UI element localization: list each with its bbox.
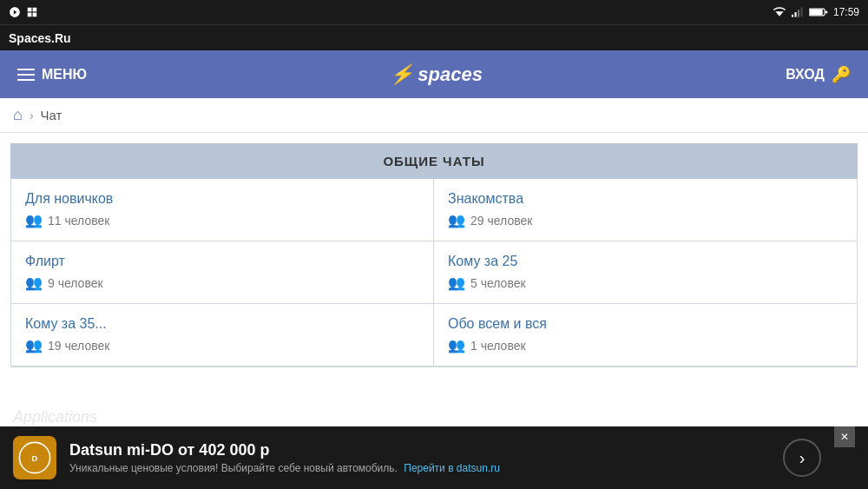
svg-rect-11 [825,10,827,13]
datsun-logo-icon: D [17,440,52,475]
home-icon[interactable]: ⌂ [13,106,23,124]
chat-cell-3[interactable]: Кому за 25 👥 5 человек [434,241,857,304]
watermark-sub: Applications [13,408,120,426]
chat-cell-0[interactable]: Для новичков 👥 11 человек [11,179,434,241]
svg-rect-2 [28,13,32,17]
chat-grid: Для новичков 👥 11 человек Знакомства 👥 2… [10,179,858,367]
ad-subtitle-text: Уникальные ценовые условия! Выбирайте се… [69,462,398,474]
logo-text: spaces [418,63,483,86]
ad-title: Datsun mi-DO от 402 000 р [69,441,770,459]
svg-rect-3 [33,13,37,17]
people-icon-2: 👥 [25,274,43,291]
menu-button[interactable]: МЕНЮ [17,67,87,83]
svg-marker-4 [775,11,783,16]
svg-rect-8 [800,7,802,17]
chat-count-5: 👥 1 человек [448,337,843,354]
watermark: Android Applications [13,376,120,426]
menu-label: МЕНЮ [42,67,87,83]
chat-count-text-3: 5 человек [470,276,526,290]
chat-count-text-0: 11 человек [48,214,109,228]
ad-close-button[interactable]: ✕ [834,426,855,447]
status-bar-left [9,6,38,18]
ad-subtitle: Уникальные ценовые условия! Выбирайте се… [69,462,770,474]
status-bar: 17:59 [0,0,868,24]
chat-count-text-5: 1 человек [470,339,526,353]
people-icon-0: 👥 [25,212,43,228]
people-icon-1: 👥 [448,212,465,228]
section-header: ОБЩИЕ ЧАТЫ [10,143,858,179]
people-icon-5: 👥 [448,337,465,354]
signal-icon [792,7,804,17]
chat-cell-2[interactable]: Флирт 👥 9 человек [11,241,434,304]
ad-link[interactable]: Перейти в datsun.ru [404,462,500,474]
svg-text:D: D [32,453,38,463]
svg-rect-10 [810,10,823,15]
chat-name-0: Для новичков [25,191,419,207]
ad-arrow-button[interactable]: › [783,439,821,477]
chat-count-text-4: 19 человек [48,339,109,353]
breadcrumb-current: Чат [41,108,62,122]
people-icon-4: 👥 [25,337,43,354]
people-icon-3: 👥 [448,274,465,291]
svg-rect-7 [798,10,799,17]
app-icon [26,6,38,18]
chat-cell-5[interactable]: Обо всем и вся 👥 1 человек [434,304,857,367]
title-bar: Spaces.Ru [0,24,868,50]
chat-name-4: Кому за 35... [25,316,419,332]
chat-name-1: Знакомства [448,191,843,207]
watermark-android: Android [13,376,120,408]
chat-count-text-1: 29 человек [470,214,532,228]
nav-logo: ⚡ spaces [390,63,483,86]
login-label: ВХОД [786,67,825,83]
chat-count-3: 👥 5 человек [448,274,843,291]
svg-rect-0 [28,8,32,12]
ad-logo: D [13,436,56,479]
ad-content: Datsun mi-DO от 402 000 р Уникальные цен… [69,441,770,474]
key-icon: 🔑 [832,65,851,84]
svg-rect-1 [33,8,37,12]
svg-rect-5 [792,15,793,17]
breadcrumb-separator: › [30,109,34,122]
chat-name-5: Обо всем и вся [448,316,843,332]
nav-bar: МЕНЮ ⚡ spaces ВХОД 🔑 [0,50,868,98]
chat-count-2: 👥 9 человек [25,274,419,291]
hamburger-icon [17,69,35,81]
status-bar-right: 17:59 [773,6,859,18]
battery-icon [809,7,828,17]
chat-count-4: 👥 19 человек [25,337,419,354]
lightning-icon: ⚡ [390,63,413,86]
chat-cell-4[interactable]: Кому за 35... 👥 19 человек [11,304,434,367]
chat-count-text-2: 9 человек [48,276,103,290]
ad-banner: D Datsun mi-DO от 402 000 р Уникальные ц… [0,426,868,489]
wifi-icon [773,7,786,17]
chat-count-1: 👥 29 человек [448,212,843,228]
login-button[interactable]: ВХОД 🔑 [786,65,851,84]
notification-icon [9,6,21,18]
main-content: ОБЩИЕ ЧАТЫ Для новичков 👥 11 человек Зна… [0,133,868,378]
svg-rect-6 [794,12,796,17]
breadcrumb: ⌂ › Чат [0,98,868,133]
chat-cell-1[interactable]: Знакомства 👥 29 человек [434,179,857,241]
app-title: Spaces.Ru [9,31,71,45]
chat-count-0: 👥 11 человек [25,212,419,228]
chat-name-3: Кому за 25 [448,254,843,269]
time-display: 17:59 [833,6,859,18]
chat-name-2: Флирт [25,254,419,269]
